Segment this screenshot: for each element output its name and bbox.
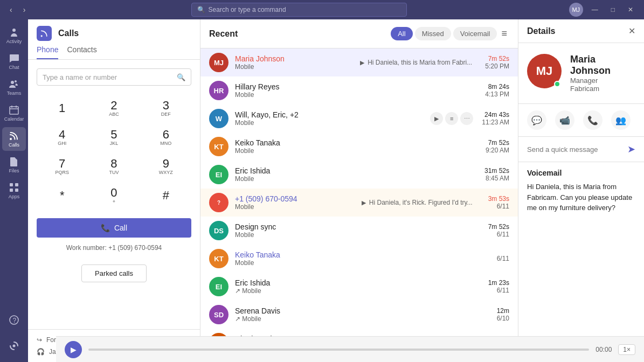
sidebar-item-apps[interactable]: Apps <box>2 179 26 203</box>
call-info: Maria Johnson Mobile <box>235 54 354 71</box>
call-item[interactable]: KT Keiko Tanaka Mobile 7m 52s 9:20 AM <box>200 133 518 161</box>
filter-buttons: All Missed Voicemail ≡ <box>391 26 509 41</box>
call-name: Keiko Tanaka <box>235 250 359 259</box>
call-item[interactable]: KT Keiko Tanaka Mobile 6/11 <box>200 245 518 273</box>
sidebar-item-calls[interactable]: Calls <box>2 127 26 151</box>
dial-search-box[interactable]: Type a name or number 🔍 <box>37 68 191 86</box>
call-item[interactable]: W Will, Kayo, Eric, +2 Mobile ▶ ≡ ⋯ 24m … <box>200 105 518 133</box>
call-sub: Mobile <box>235 259 359 267</box>
user-avatar[interactable]: MJ <box>569 3 583 17</box>
dial-key-8[interactable]: 8 TUV <box>88 152 139 180</box>
search-icon: 🔍 <box>197 6 205 13</box>
sidebar-item-activity[interactable]: Activity <box>2 24 26 47</box>
details-close-button[interactable]: ✕ <box>628 26 635 36</box>
avatar: MJ <box>209 53 228 72</box>
call-time: 5:20 PM <box>485 62 509 70</box>
sidebar-item-help[interactable]: ? <box>2 308 26 332</box>
contact-role: Manager <box>570 76 635 85</box>
details-title: Details <box>527 26 555 36</box>
avatar: W <box>209 109 228 128</box>
avatar: SD <box>209 305 228 324</box>
call-time: 6/11 <box>497 255 509 262</box>
message-action-button[interactable]: 💬 <box>527 110 546 130</box>
call-item[interactable]: HR Hillary Reyes Mobile 8m 24s 4:13 PM <box>200 76 518 105</box>
sidebar-item-teams[interactable]: Teams <box>2 75 26 99</box>
dial-key-star[interactable]: * <box>37 182 87 210</box>
tab-phone[interactable]: Phone <box>37 45 58 59</box>
avatar: HR <box>209 81 228 100</box>
sidebar-label-calendar: Calendar <box>4 116 24 122</box>
parked-calls-button[interactable]: Parked calls <box>81 264 147 282</box>
group-action-button[interactable]: 👥 <box>611 110 631 130</box>
call-sub: Mobile <box>235 231 355 239</box>
forward-icon: ↪ <box>37 336 42 344</box>
chat-action-btn[interactable]: ≡ <box>445 112 458 125</box>
dial-key-6[interactable]: 6 MNO <box>141 123 191 151</box>
dial-key-3[interactable]: 3 DEF <box>141 94 191 122</box>
dial-key-1[interactable]: 1 <box>37 94 87 122</box>
call-item[interactable]: MJ Maria Johnson Mobile ▶ Hi Daniela, th… <box>200 48 518 76</box>
back-button[interactable]: ‹ <box>6 4 16 15</box>
call-item[interactable]: DS Design sync Mobile 7m 52s 6/11 <box>200 217 518 245</box>
call-item[interactable]: EI Eric Ishida Mobile 31m 52s 8:45 AM <box>200 161 518 189</box>
call-duration: 7m 52s <box>486 139 509 147</box>
call-meta: 7m 52s 5:20 PM <box>485 55 509 70</box>
titlebar-left: ‹ › <box>6 4 29 15</box>
sidebar-item-calendar[interactable]: Calendar <box>2 101 26 125</box>
send-button[interactable]: ➤ <box>627 143 635 155</box>
play-icon: ▶ <box>362 199 366 206</box>
dial-key-5[interactable]: 5 JKL <box>88 123 139 151</box>
filter-voicemail[interactable]: Voicemail <box>453 27 497 40</box>
sidebar-label-chat: Chat <box>9 65 19 70</box>
calls-icon <box>37 26 52 41</box>
contact-name: Maria Johnson <box>570 54 635 76</box>
dial-key-7[interactable]: 7 PQRS <box>37 152 87 180</box>
call-info: Eric Ishida Mobile <box>235 166 353 183</box>
filter-more-icon[interactable]: ≡ <box>499 26 509 41</box>
progress-bar[interactable] <box>88 349 589 351</box>
svg-rect-3 <box>10 107 18 114</box>
filter-all[interactable]: All <box>391 27 412 40</box>
dial-key-2[interactable]: 2 ABC <box>88 94 139 122</box>
call-name: Keiko Tanaka <box>235 138 354 147</box>
play-button[interactable]: ▶ <box>65 341 82 358</box>
avatar: KT <box>209 249 228 268</box>
close-button[interactable]: ✕ <box>624 5 638 15</box>
quick-message-input[interactable] <box>527 145 623 154</box>
call-name: Eric Ishida <box>235 166 353 175</box>
call-button[interactable]: 📞 Call <box>37 218 191 238</box>
call-name: Design sync <box>235 222 355 231</box>
video-action-btn[interactable]: ▶ <box>430 112 443 125</box>
sidebar-item-files[interactable]: Files <box>2 153 26 177</box>
call-info: Will, Kayo, Eric, +2 Mobile <box>235 110 424 127</box>
speed-button[interactable]: 1× <box>618 344 635 355</box>
dial-key-hash[interactable]: # <box>141 182 191 210</box>
call-time: 11:23 AM <box>482 119 509 126</box>
search-icon: 🔍 <box>177 73 185 81</box>
sidebar-item-chat[interactable]: Chat <box>2 50 26 73</box>
dial-key-9[interactable]: 9 WXYZ <box>141 152 191 180</box>
command-search-box[interactable]: 🔍 Search or type a command <box>191 3 407 17</box>
more-action-btn[interactable]: ⋯ <box>460 112 473 125</box>
call-info: +1 (509) 670-0594 Mobile <box>235 194 355 211</box>
svg-rect-8 <box>10 183 13 186</box>
call-item[interactable]: EI Eric Ishida ↗ Mobile 1m 23s 6/11 <box>200 273 518 301</box>
call-item[interactable]: SD Serena Davis ↗ Mobile 12m 6/10 <box>200 301 518 329</box>
recent-title: Recent <box>209 29 238 39</box>
call-item[interactable]: ? +1 (509) 670-0594 Mobile ▶ Hi Daniela,… <box>200 189 518 217</box>
filter-missed[interactable]: Missed <box>415 27 451 40</box>
call-actions: ▶ ≡ ⋯ <box>430 112 473 125</box>
tab-contacts[interactable]: Contacts <box>67 45 96 59</box>
call-button-label: Call <box>114 224 127 232</box>
calls-title: Calls <box>58 29 79 38</box>
minimize-button[interactable]: — <box>587 5 603 15</box>
video-action-button[interactable]: 📹 <box>555 110 574 130</box>
call-action-button[interactable]: 📞 <box>583 110 603 130</box>
dial-key-4[interactable]: 4 GHI <box>37 123 87 151</box>
dial-key-0[interactable]: 0 + <box>88 182 139 210</box>
call-meta: 12m 6/10 <box>497 307 509 322</box>
call-duration: 24m 43s <box>482 111 509 119</box>
forward-button[interactable]: › <box>20 4 29 15</box>
sidebar-item-settings[interactable] <box>2 334 26 358</box>
maximize-button[interactable]: □ <box>607 5 619 15</box>
